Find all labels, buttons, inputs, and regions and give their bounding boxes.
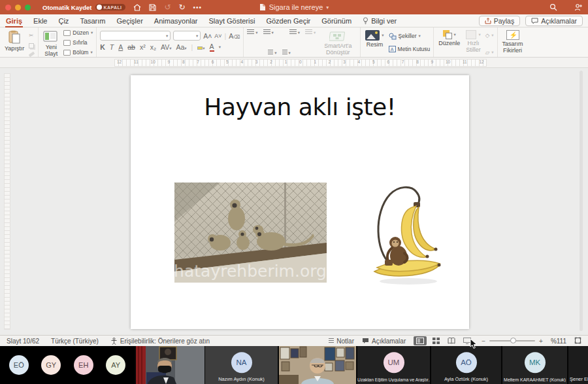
tab-gecisler[interactable]: Geçişler: [116, 16, 144, 26]
text-direction-button[interactable]: ▾: [305, 29, 316, 35]
slide-counter[interactable]: Slayt 10/62: [7, 338, 39, 345]
picture-button[interactable]: ▾ Resim: [364, 29, 385, 49]
participant-tile-mk[interactable]: MK Meltem KARAAHMET (Konuk): [502, 346, 567, 384]
shape-fill-button[interactable]: ◇▾: [485, 32, 494, 39]
format-painter-button[interactable]: [29, 53, 35, 56]
zoom-slider-thumb[interactable]: [510, 338, 516, 343]
banana-holder-image[interactable]: [363, 180, 444, 288]
zoom-slider[interactable]: [489, 340, 535, 341]
arrange-button[interactable]: ▾ Düzenle: [437, 29, 461, 48]
shapes-icon: [389, 33, 397, 40]
tab-gozden-gecir[interactable]: Gözden Geçir: [265, 16, 311, 26]
tab-slayt-gosterisi[interactable]: Slayt Gösterisi: [208, 16, 255, 26]
zoom-out-button[interactable]: −: [482, 338, 485, 345]
slide-canvas[interactable]: Hayvan aklı işte!: [0, 68, 588, 335]
shape-outline-button[interactable]: ▱▾: [485, 49, 494, 56]
comments-button[interactable]: Açıklamalar: [525, 16, 583, 26]
cut-button[interactable]: ✂: [29, 32, 35, 39]
maximize-window-button[interactable]: [25, 5, 31, 10]
section-button[interactable]: Bölüm▾: [63, 49, 93, 56]
increase-font-button[interactable]: A˄: [203, 32, 212, 40]
comments-panel-button[interactable]: Açıklamalar: [362, 338, 406, 345]
ruler-number: 12: [117, 60, 122, 64]
tab-giris[interactable]: Giriş: [5, 16, 23, 26]
document-title[interactable]: Sigara ile nereye: [269, 3, 323, 11]
zoom-in-button[interactable]: +: [539, 338, 543, 345]
minimize-window-button[interactable]: [15, 5, 21, 10]
participant-tile-ao[interactable]: AÖ Ayla Öztürk (Konuk): [431, 346, 501, 384]
vertical-scrollbar[interactable]: [580, 71, 583, 331]
font-name-combobox[interactable]: ▾: [100, 31, 171, 41]
strikethrough-button[interactable]: ab: [127, 43, 135, 51]
bullets-button[interactable]: ▾: [247, 29, 257, 35]
align-text-button[interactable]: ▾: [268, 50, 276, 56]
convert-smartart-button[interactable]: SmartArt'a Dönüştür: [319, 29, 357, 57]
participant-video-1[interactable]: [136, 346, 204, 384]
participant-name: Meltem KARAAHMET (Konuk): [502, 377, 567, 382]
bold-button[interactable]: K: [100, 43, 105, 51]
reset-button[interactable]: Sıfırla: [63, 39, 93, 46]
design-ideas-button[interactable]: ⚡ Tasarım Fikirleri: [501, 29, 525, 55]
accessibility-checker[interactable]: Erişilebilirlik: Önerilere göz atın: [110, 338, 210, 345]
font-color-button[interactable]: A: [210, 43, 214, 52]
slide-sorter-view-button[interactable]: [429, 336, 442, 345]
redo-icon[interactable]: ↻: [179, 3, 186, 12]
save-icon[interactable]: [149, 4, 156, 11]
slide[interactable]: Hayvan aklı işte!: [131, 75, 469, 329]
decrease-font-button[interactable]: A˅: [214, 33, 221, 39]
horizontal-ruler[interactable]: 1211109876543210123456789101112: [114, 59, 487, 67]
autosave-toggle[interactable]: KAPALI: [95, 4, 126, 10]
title-bar: Otomatik Kaydet KAPALI ↺ ↻ ••• Sigara il…: [0, 0, 588, 14]
normal-view-button[interactable]: [414, 336, 427, 345]
line-spacing-button[interactable]: ▾: [289, 29, 300, 35]
change-case-button[interactable]: Aa▾: [176, 43, 187, 51]
close-window-button[interactable]: [5, 5, 11, 10]
tab-bilgi-ver[interactable]: Bilgi ver: [362, 16, 397, 26]
vertical-ruler[interactable]: [4, 73, 10, 330]
highlight-button[interactable]: ▾: [197, 43, 204, 51]
font-size-combobox[interactable]: ▾: [173, 31, 201, 41]
undo-icon[interactable]: ↺: [164, 3, 171, 12]
tab-gorunum[interactable]: Görünüm: [321, 16, 352, 26]
language-indicator[interactable]: Türkçe (Türkiye): [51, 338, 99, 345]
textbox-button[interactable]: A Metin Kutusu: [389, 46, 431, 52]
participant-video-2[interactable]: [279, 346, 356, 384]
italic-button[interactable]: T: [110, 43, 114, 51]
numbering-button[interactable]: ▾: [263, 29, 274, 35]
columns-button[interactable]: ▾: [282, 50, 291, 56]
subscript-button[interactable]: x₂: [150, 43, 156, 51]
zoom-percentage[interactable]: %111: [551, 338, 566, 345]
slide-title-text[interactable]: Hayvan aklı işte!: [131, 94, 469, 120]
quick-styles-button[interactable]: ▾ Hızlı Stiller: [465, 29, 482, 54]
notes-button[interactable]: Notlar: [329, 338, 354, 345]
participant-tile-um[interactable]: UM Uzaktan Eğitim Uygulama ve Araştır...: [357, 346, 430, 384]
reading-view-button[interactable]: [445, 336, 458, 345]
waiting-avatars-tile[interactable]: EÖGYEHAY: [0, 346, 135, 384]
paste-button[interactable]: Yapıştır: [3, 29, 25, 53]
shapes-button[interactable]: Şekiller▾: [389, 33, 431, 40]
character-spacing-button[interactable]: AV▾: [161, 43, 172, 51]
search-icon[interactable]: [549, 3, 557, 11]
tab-ciz[interactable]: Çiz: [57, 16, 69, 26]
share-user-icon[interactable]: [574, 3, 583, 11]
participant-tile-partial[interactable]: Şener ERO...: [568, 346, 588, 384]
tab-ekle[interactable]: Ekle: [33, 16, 48, 26]
copy-button[interactable]: [29, 43, 35, 48]
participant-tile-na[interactable]: NA Nazım Aydın (Konuk): [205, 346, 278, 384]
tab-tasarim[interactable]: Tasarım: [79, 16, 106, 26]
more-commands-icon[interactable]: •••: [193, 4, 203, 11]
tab-animasyonlar[interactable]: Animasyonlar: [154, 16, 199, 26]
layout-button[interactable]: Düzen▾: [63, 29, 93, 36]
new-slide-button[interactable]: Yeni Slayt: [42, 29, 60, 58]
insert-group: ▾ Resim Şekiller▾ A Metin Kutusu: [361, 27, 434, 57]
share-button[interactable]: Paylaş: [479, 16, 521, 26]
lightbulb-icon: [363, 17, 368, 25]
autosave-control[interactable]: Otomatik Kaydet KAPALI: [42, 4, 125, 11]
underline-button[interactable]: A: [118, 43, 123, 51]
clear-formatting-button[interactable]: A⌫: [229, 32, 240, 40]
home-icon[interactable]: [133, 4, 141, 11]
fit-to-window-button[interactable]: [574, 337, 581, 345]
monkeys-photo[interactable]: hatayrehberim.org: [174, 183, 327, 283]
document-title-chevron-icon[interactable]: ▾: [326, 5, 329, 10]
superscript-button[interactable]: x²: [140, 43, 146, 51]
